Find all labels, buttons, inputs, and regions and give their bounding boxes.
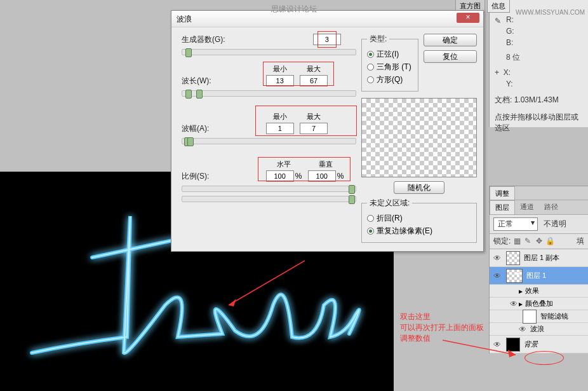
visibility-toggle[interactable]: 👁 [492, 340, 502, 349]
layer-list: 👁图层 1 副本👁图层 1▸ 效果👁▸ 颜色叠加智能滤镜👁波浪👁背景 [490, 249, 588, 353]
panel-group: 调整 图层 通道 路径 正常 不透明 锁定: ▦ ✎ ✥ 🔒 填 👁图层 1 副… [489, 186, 588, 353]
opacity-label: 不透明 [544, 219, 566, 228]
wave-dialog: 波浪 × 生成器数(G): 3 波长(W): 最小13 最大67 波幅(A): [171, 10, 484, 252]
info-panel: 直方图 信息 ✎R: G: B: 8 位 + X: Y: 文档: 1.03M/1… [489, 0, 588, 127]
layer-name[interactable]: 图层 1 [526, 271, 585, 280]
adjust-tab[interactable]: 调整 [490, 186, 515, 200]
randomize-button[interactable]: 随机化 [394, 181, 444, 194]
scale-v-slider[interactable] [182, 196, 356, 202]
generators-slider[interactable] [182, 49, 356, 55]
layer-thumbnail[interactable] [506, 251, 520, 265]
layer-thumbnail[interactable] [523, 310, 537, 324]
undefined-area-group: 未定义区域: 折回(R) 重复边缘像素(E) [361, 198, 477, 243]
layer-thumbnail[interactable] [506, 338, 520, 352]
type-triangle-radio[interactable]: 三角形 (T) [367, 62, 413, 72]
repeat-edge-radio[interactable]: 重复边缘像素(E) [367, 226, 471, 237]
type-group: 类型: 正弦(I) 三角形 (T) 方形(Q) [361, 34, 418, 92]
red-highlight [255, 106, 357, 136]
dialog-title: 波浪 × [171, 11, 483, 27]
visibility-toggle[interactable]: 👁 [509, 299, 519, 308]
layer-thumbnail[interactable] [506, 269, 523, 283]
layer-name[interactable]: 波浪 [530, 324, 585, 334]
blend-mode-select[interactable]: 正常 [493, 217, 538, 231]
channels-tab[interactable]: 通道 [515, 200, 539, 214]
generators-label: 生成器数(G): [182, 34, 226, 45]
undefined-legend: 未定义区域: [367, 198, 412, 209]
crosshair-icon: + [495, 68, 499, 77]
eyedropper-icon: ✎ [495, 17, 502, 24]
red-highlight [263, 62, 334, 86]
ok-button[interactable]: 确定 [424, 34, 477, 46]
wrap-radio[interactable]: 折回(R) [367, 213, 471, 224]
lock-transparent-icon[interactable]: ▦ [512, 237, 521, 245]
close-button[interactable]: × [457, 13, 479, 23]
layer-name[interactable]: 效果 [525, 286, 585, 296]
info-tab[interactable]: 信息 [487, 0, 510, 13]
layer-row[interactable]: 👁波浪 [490, 323, 588, 336]
watermark-url: WWW.MISSYUAN.COM [516, 9, 585, 16]
layer-row[interactable]: ▸ 效果 [490, 285, 588, 298]
layer-name[interactable]: 智能滤镜 [540, 312, 585, 321]
visibility-toggle[interactable]: 👁 [492, 271, 502, 280]
layer-row[interactable]: 👁图层 1 [490, 267, 588, 285]
amplitude-label: 波幅(A): [182, 123, 226, 134]
paths-tab[interactable]: 路径 [539, 200, 563, 214]
layer-name[interactable]: 颜色叠加 [525, 299, 585, 308]
annotation-ellipse [525, 351, 564, 365]
type-square-radio[interactable]: 方形(Q) [367, 74, 413, 85]
effect-icon: ▸ [519, 299, 523, 308]
lock-all-icon[interactable]: 🔒 [545, 237, 554, 245]
reset-button[interactable]: 复位 [424, 50, 477, 63]
visibility-toggle[interactable]: 👁 [492, 254, 502, 263]
layer-name[interactable]: 背景 [524, 340, 585, 349]
type-legend: 类型: [367, 34, 389, 45]
red-highlight [258, 157, 351, 181]
effect-icon: ▸ [519, 287, 523, 296]
wavelength-label: 波长(W): [182, 76, 226, 86]
amplitude-slider[interactable] [182, 138, 356, 144]
lock-label: 锁定: [493, 237, 511, 245]
wave-preview [361, 98, 477, 177]
scale-label: 比例(S): [182, 171, 226, 182]
annotation: 双击这里可以再次打开上面的面板调整数值 [400, 312, 484, 343]
scale-h-slider[interactable] [182, 186, 356, 192]
info-hint: 点按并拖移以移动图层或选区 [495, 112, 583, 134]
visibility-toggle[interactable]: 👁 [518, 325, 528, 334]
type-sine-radio[interactable]: 正弦(I) [367, 49, 413, 60]
layer-row[interactable]: 👁图层 1 副本 [490, 249, 588, 267]
doc-size: 文档: 1.03M/1.43M [495, 95, 583, 106]
lock-brush-icon[interactable]: ✎ [523, 237, 532, 245]
red-highlight [317, 31, 337, 48]
lock-move-icon[interactable]: ✥ [535, 237, 544, 245]
watermark-text: 思缘设计论坛 [271, 4, 317, 15]
layer-name[interactable]: 图层 1 副本 [524, 253, 585, 263]
layer-row[interactable]: 👁▸ 颜色叠加 [490, 298, 588, 310]
wavelength-slider[interactable] [182, 90, 356, 97]
layers-tab[interactable]: 图层 [490, 200, 515, 214]
layer-row[interactable]: 智能滤镜 [490, 310, 588, 323]
